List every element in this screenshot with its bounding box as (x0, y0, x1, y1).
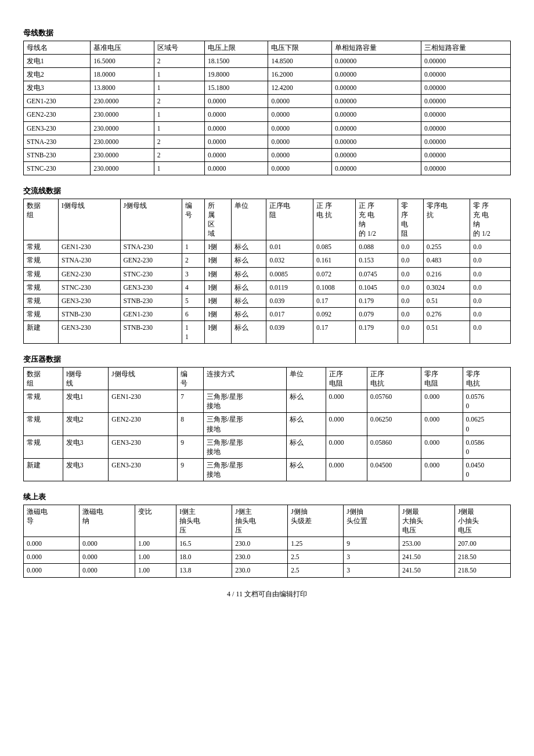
table-cell: 218.50 (455, 550, 511, 564)
table-cell: STNA-230 (59, 254, 121, 267)
table-cell: 0.000 (24, 537, 80, 550)
table-cell: 230.0000 (91, 108, 154, 121)
table-cell: 230.0000 (91, 135, 154, 148)
table-cell: 新建 (24, 321, 59, 343)
transformer-table: 数据 组I侧母 线J侧母线编 号连接方式单位正序 电阻正序 电抗零序 电阻零序 … (23, 367, 511, 481)
table-header-cell: 编 号 (182, 199, 205, 240)
table-cell: 1 (154, 121, 204, 135)
table-cell: 6 (182, 307, 205, 321)
table-row: GEN1-230230.000020.00000.00000.000000.00… (24, 95, 511, 108)
table-header-cell: J侧抽 头位置 (344, 505, 399, 537)
table-cell: 三角形/星形 接地 (203, 458, 286, 481)
table-header-cell: 母线名 (24, 41, 91, 55)
table-header-cell: J侧抽 头级差 (288, 505, 344, 537)
table-cell: 0.0 (398, 254, 424, 267)
table-cell: 常规 (24, 240, 59, 254)
table-cell: 241.50 (399, 550, 455, 564)
continued-body: 0.0000.0001.0016.5230.01.259253.00207.00… (24, 537, 511, 577)
table-cell: 0.04500 (367, 458, 421, 481)
table-cell: 0.000 (24, 550, 80, 564)
table-cell: 2 (154, 95, 204, 108)
table-cell: GEN2-230 (109, 413, 178, 435)
table-cell: GEN2-230 (24, 108, 91, 121)
table-cell: 13.8 (176, 564, 232, 577)
table-cell: 0.0000 (204, 148, 268, 161)
table-cell: 常规 (24, 390, 63, 413)
table-row: 发电116.5000218.150014.85000.000000.00000 (24, 55, 511, 68)
table-header-cell: 正序 电抗 (367, 368, 421, 390)
table-cell: 标么 (232, 307, 266, 321)
table-cell: 16.5 (176, 537, 232, 550)
table-row: GEN2-230230.000010.00000.00000.000000.00… (24, 108, 511, 121)
table-cell: 0.0 (470, 267, 511, 280)
table-row: 常规STNA-230GEN2-2302I侧标么0.0320.1610.1530.… (24, 254, 511, 267)
table-row: STNA-230230.000020.00000.00000.000000.00… (24, 135, 511, 148)
table-cell: 0.088 (356, 240, 398, 254)
table-header-cell: I侧母线 (59, 199, 121, 240)
table-header-cell: 零序 电抗 (463, 368, 510, 390)
table-cell: 207.00 (455, 537, 511, 550)
table-cell: 0.0 (470, 307, 511, 321)
table-cell: 0.00000 (331, 108, 421, 121)
table-cell: 0.072 (313, 267, 356, 280)
table-cell: 1 1 (182, 321, 205, 343)
table-cell: 1 (154, 161, 204, 175)
table-cell: 0.0000 (268, 121, 331, 135)
table-cell: STNA-230 (24, 135, 91, 148)
table-header-cell: 所 属 区 域 (205, 199, 232, 240)
bus-section: 母线数据 母线名基准电压区域号电压上限电压下限单相短路容量三相短路容量 发电11… (23, 28, 511, 175)
table-cell: GEN2-230 (59, 267, 121, 280)
table-cell: 三角形/星形 接地 (203, 413, 286, 435)
table-cell: I侧 (205, 280, 232, 294)
table-cell: 三角形/星形 接地 (203, 435, 286, 458)
table-cell: 发电1 (63, 390, 109, 413)
table-header-cell: 零序 电阻 (421, 368, 463, 390)
table-cell: 发电2 (63, 413, 109, 435)
table-cell: 1 (154, 81, 204, 95)
table-cell: 1 (154, 108, 204, 121)
table-row: 常规发电3GEN3-2309三角形/星形 接地标么0.0000.058600.0… (24, 435, 511, 458)
table-cell: 0.0576 0 (463, 390, 510, 413)
table-cell: 0.00000 (331, 68, 421, 81)
table-cell: 0.000 (326, 390, 367, 413)
table-header-cell: J侧最 大抽头 电压 (399, 505, 455, 537)
table-cell: 19.8000 (204, 68, 268, 81)
table-cell: 标么 (232, 267, 266, 280)
table-cell: 0.000 (326, 458, 367, 481)
table-header-cell: 变比 (135, 505, 176, 537)
table-cell: 0.0 (398, 280, 424, 294)
table-cell: 3 (182, 267, 205, 280)
table-cell: 0.032 (266, 254, 313, 267)
table-cell: 0.000 (24, 564, 80, 577)
table-cell: 0.000 (326, 435, 367, 458)
table-cell: 0.00000 (331, 95, 421, 108)
table-cell: 常规 (24, 413, 63, 435)
table-row: STNB-230230.000020.00000.00000.000000.00… (24, 148, 511, 161)
table-cell: 0.0 (470, 294, 511, 307)
table-cell: 0.1008 (313, 280, 356, 294)
table-header-cell: 零 序 电 阻 (398, 199, 424, 240)
table-header-cell: 正 序 充 电 纳 的 1/2 (356, 199, 398, 240)
table-cell: 0.00000 (421, 95, 510, 108)
table-cell: 0.039 (266, 321, 313, 343)
table-cell: 0.161 (313, 254, 356, 267)
table-header-cell: J侧母线 (109, 368, 178, 390)
transformer-section: 变压器数据 数据 组I侧母 线J侧母线编 号连接方式单位正序 电阻正序 电抗零序… (23, 354, 511, 481)
table-cell: 9 (178, 435, 203, 458)
table-cell: 16.2000 (268, 68, 331, 81)
table-cell: 230.0 (232, 550, 288, 564)
table-cell: I侧 (205, 267, 232, 280)
table-cell: GEN1-230 (59, 240, 121, 254)
table-cell: 2.5 (288, 550, 344, 564)
table-header-cell: 单位 (286, 368, 326, 390)
table-header-cell: I侧主 抽头电 压 (176, 505, 232, 537)
table-cell: 0.00000 (421, 148, 510, 161)
table-cell: 0.085 (313, 240, 356, 254)
table-cell: 1 (154, 68, 204, 81)
table-cell: 新建 (24, 458, 63, 481)
table-cell: 14.8500 (268, 55, 331, 68)
table-cell: 218.50 (455, 564, 511, 577)
table-cell: 230.0 (232, 537, 288, 550)
table-header-cell: 基准电压 (91, 41, 154, 55)
table-cell: 230.0000 (91, 121, 154, 135)
